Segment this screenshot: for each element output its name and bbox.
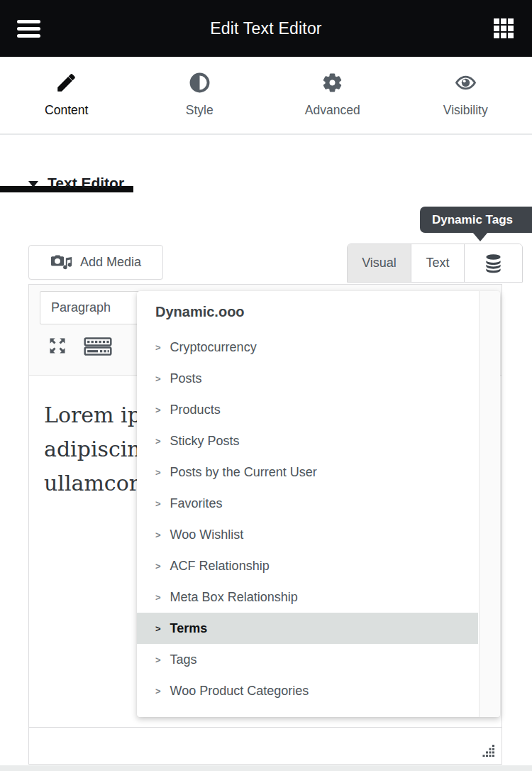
chevron-right-icon: >	[155, 561, 161, 572]
dropdown-item-sticky-posts[interactable]: > Sticky Posts	[137, 425, 478, 456]
tab-style[interactable]: Style	[133, 57, 267, 133]
widgets-grid-icon[interactable]	[494, 18, 514, 38]
eye-icon	[455, 72, 477, 94]
dropdown-item-tags[interactable]: > Tags	[137, 644, 478, 675]
add-media-button[interactable]: Add Media	[28, 245, 163, 280]
dropdown-item-woo-product-categories[interactable]: > Woo Product Categories	[137, 675, 478, 706]
paragraph-format-select[interactable]: Paragraph	[40, 291, 148, 324]
resize-grip[interactable]	[482, 745, 496, 758]
tab-text[interactable]: Text	[411, 244, 465, 282]
collapse-caret-icon	[28, 181, 38, 187]
chevron-right-icon: >	[155, 467, 161, 478]
dropdown-item-favorites[interactable]: > Favorites	[137, 488, 478, 519]
tab-advanced[interactable]: Advanced	[266, 57, 399, 133]
dynamic-tags-tooltip: Dynamic Tags	[420, 207, 532, 233]
dropdown-item-woo-wishlist[interactable]: > Woo Wishlist	[137, 519, 478, 550]
dropdown-item-meta-box-relationship[interactable]: > Meta Box Relationship	[137, 581, 478, 613]
media-icon	[50, 253, 72, 272]
settings-tabbar: Content Style Advanced Visibility	[0, 57, 532, 135]
dropdown-list: > Cryptocurrency > Posts > Products > St…	[137, 332, 500, 706]
dropdown-scrollbar[interactable]	[479, 291, 500, 717]
chevron-right-icon: >	[155, 623, 161, 634]
contrast-icon	[189, 72, 211, 94]
fullscreen-icon[interactable]	[48, 336, 67, 356]
dropdown-item-posts-by-current-user[interactable]: > Posts by the Current User	[137, 456, 478, 488]
dropdown-item-posts[interactable]: > Posts	[137, 363, 478, 394]
editor-mode-tabs: Visual Text	[347, 244, 523, 283]
dynamic-tags-button[interactable]	[465, 244, 522, 282]
gear-icon	[321, 72, 343, 94]
dropdown-item-products[interactable]: > Products	[137, 394, 478, 425]
dropdown-item-terms[interactable]: > Terms	[137, 613, 478, 644]
dropdown-group-title: Dynamic.ooo	[137, 291, 500, 320]
tab-visual[interactable]: Visual	[348, 244, 411, 282]
chevron-right-icon: >	[155, 655, 161, 665]
tooltip-caret	[472, 232, 488, 241]
dropdown-item-acf-relationship[interactable]: > ACF Relationship	[137, 550, 478, 581]
pencil-icon	[55, 72, 77, 94]
tab-content-label: Content	[45, 103, 88, 118]
chevron-right-icon: >	[155, 592, 161, 603]
database-icon	[484, 253, 503, 274]
tab-text-label: Text	[426, 256, 449, 270]
keyboard-icon[interactable]	[84, 337, 112, 356]
chevron-right-icon: >	[155, 405, 161, 415]
editor-statusbar	[29, 727, 501, 764]
tab-content[interactable]: Content	[0, 57, 133, 133]
chevron-right-icon: >	[155, 373, 161, 384]
add-media-label: Add Media	[80, 255, 141, 270]
chevron-right-icon: >	[155, 342, 161, 353]
tab-advanced-label: Advanced	[305, 103, 360, 118]
tab-style-label: Style	[186, 103, 214, 118]
section-title: Text Editor	[48, 175, 124, 192]
chevron-right-icon: >	[155, 530, 161, 540]
chevron-right-icon: >	[155, 436, 161, 447]
panel-header: Edit Text Editor	[0, 0, 532, 57]
tab-visual-label: Visual	[362, 256, 397, 270]
panel-title: Edit Text Editor	[0, 0, 532, 57]
tab-visibility-label: Visibility	[443, 103, 488, 118]
panel-bottom-edge	[0, 765, 532, 771]
dropdown-item-cryptocurrency[interactable]: > Cryptocurrency	[137, 332, 478, 363]
dynamic-tags-dropdown: Dynamic.ooo > Cryptocurrency > Posts > P…	[137, 291, 500, 717]
chevron-right-icon: >	[155, 498, 161, 509]
chevron-right-icon: >	[155, 686, 161, 696]
section-text-editor[interactable]: Text Editor	[28, 175, 124, 192]
tab-visibility[interactable]: Visibility	[399, 57, 532, 133]
